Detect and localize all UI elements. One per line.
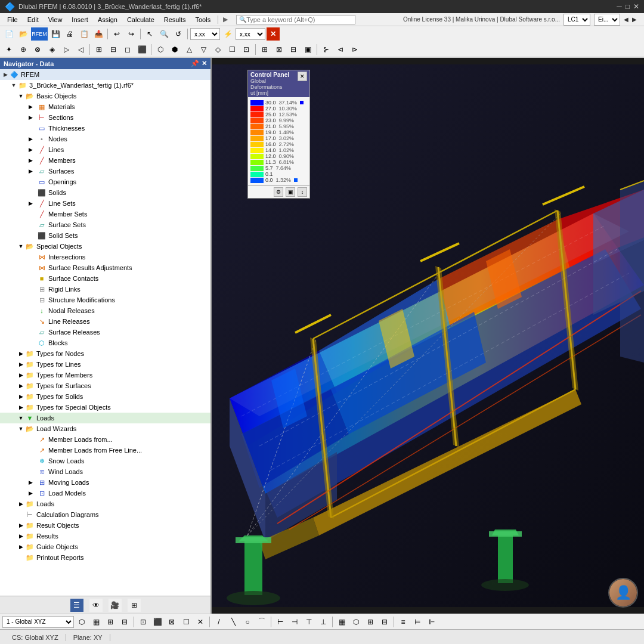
- tb2-btn18[interactable]: ⊞: [258, 43, 271, 56]
- tree-surfaces[interactable]: ▶ ▱ Surfaces: [0, 166, 210, 177]
- lc-selector[interactable]: LC1: [564, 14, 590, 26]
- tree-rl[interactable]: ⊞ Rigid Links: [0, 284, 210, 295]
- bt-btn21[interactable]: ⊟: [378, 615, 391, 628]
- sec-arrow[interactable]: ▶: [29, 114, 37, 120]
- bt-btn6[interactable]: ⬛: [151, 615, 164, 628]
- tb2-btn4[interactable]: ◈: [45, 43, 58, 56]
- bt-btn9[interactable]: ✕: [194, 615, 207, 628]
- lp-arrow[interactable]: ▼: [17, 415, 25, 421]
- tree-sra[interactable]: ⋈ Surface Results Adjustments: [0, 262, 210, 273]
- window-controls[interactable]: ─ □ ✕: [617, 2, 639, 11]
- tb2-btn14[interactable]: ▽: [197, 43, 210, 56]
- res-arrow[interactable]: ▶: [17, 533, 25, 539]
- bt-btn7[interactable]: ⊠: [165, 615, 178, 628]
- tb2-btn19[interactable]: ⊠: [273, 43, 286, 56]
- tree-loads[interactable]: ▶ 📁 Loads: [0, 499, 210, 509]
- tree-sections[interactable]: ▶ ⊢ Sections: [0, 112, 210, 123]
- bt-btn3[interactable]: ⊞: [104, 615, 117, 628]
- tree-ml-from[interactable]: ↗ Member Loads from...: [0, 434, 210, 445]
- tn-arrow[interactable]: ▶: [17, 351, 25, 357]
- ro-arrow[interactable]: ▶: [17, 522, 25, 528]
- tb2-btn17[interactable]: ⊡: [240, 43, 253, 56]
- rfem-button[interactable]: RFEM: [31, 27, 48, 41]
- menu-assign[interactable]: Assign: [93, 15, 122, 24]
- bt-btn2[interactable]: ▦: [89, 615, 103, 628]
- menu-calculate[interactable]: Calculate: [122, 15, 159, 24]
- tsp-arrow[interactable]: ▶: [17, 404, 25, 410]
- bt-btn19[interactable]: ⬡: [349, 615, 363, 628]
- tree-guide[interactable]: ▶ 📁 Guide Objects: [0, 541, 210, 552]
- tree-materials[interactable]: ▶ ▦ Materials: [0, 101, 210, 112]
- loads-arrow[interactable]: ▶: [17, 501, 25, 507]
- tb2-btn7[interactable]: ⊞: [92, 43, 106, 56]
- bt-btn18[interactable]: ▦: [335, 615, 348, 628]
- calc-button[interactable]: ⚡: [221, 27, 234, 41]
- tb2-btn10[interactable]: ⬛: [135, 43, 148, 56]
- menu-view[interactable]: View: [44, 15, 67, 24]
- tree-solidsets[interactable]: ⬛ Solid Sets: [0, 230, 210, 241]
- menu-insert[interactable]: Insert: [67, 15, 93, 24]
- bt-btn12[interactable]: ○: [241, 615, 254, 628]
- tree-intersections[interactable]: ⋈ Intersections: [0, 252, 210, 262]
- zoom-button[interactable]: 🔍: [157, 27, 171, 41]
- lm-arrow[interactable]: ▶: [29, 490, 37, 496]
- nav-icon4[interactable]: ⊞: [128, 599, 141, 612]
- tb2-btn12[interactable]: ⬢: [168, 43, 181, 56]
- bt-btn22[interactable]: ≡: [397, 615, 410, 628]
- tree-lr[interactable]: ↘ Line Releases: [0, 316, 210, 327]
- undo-button[interactable]: ↩: [110, 27, 123, 41]
- bt-btn4[interactable]: ⊟: [118, 615, 131, 628]
- rotate-button[interactable]: ↺: [172, 27, 185, 41]
- minimize-button[interactable]: ─: [617, 2, 622, 11]
- tree-openings[interactable]: ▭ Openings: [0, 177, 210, 187]
- close-button[interactable]: ✕: [633, 2, 639, 11]
- tsf-arrow[interactable]: ▶: [17, 383, 25, 389]
- bt-btn5[interactable]: ⊡: [137, 615, 150, 628]
- search-input[interactable]: [246, 16, 352, 23]
- import-button[interactable]: 📥: [92, 27, 105, 41]
- search-box[interactable]: 🔍: [236, 15, 355, 24]
- tree-lines[interactable]: ▶ ╱ Lines: [0, 144, 210, 155]
- tree-linesets[interactable]: ▶ ╱ Line Sets: [0, 198, 210, 209]
- tree-loadwizards[interactable]: ▼ 📂 Load Wizards: [0, 423, 210, 434]
- menu-file[interactable]: File: [2, 15, 23, 24]
- surf-arrow[interactable]: ▶: [29, 168, 37, 174]
- tree-project[interactable]: ▼ 📁 3_Brücke_Wanderlast_fertig (1).rf6*: [0, 80, 210, 91]
- tso-arrow[interactable]: ▶: [17, 394, 25, 400]
- menu-arrow[interactable]: ▶: [221, 16, 230, 23]
- cp-close-button[interactable]: ✕: [298, 72, 307, 81]
- bt-btn24[interactable]: ⊩: [425, 615, 438, 628]
- tree-surfacesets[interactable]: ▱ Surface Sets: [0, 219, 210, 230]
- tree-sc[interactable]: ■ Surface Contacts: [0, 273, 210, 284]
- nav-header-controls[interactable]: 📌 ✕: [191, 60, 207, 67]
- tb2-btn9[interactable]: ◻: [121, 43, 134, 56]
- ei-selector[interactable]: Ei...: [594, 14, 620, 26]
- tb2-btn3[interactable]: ⊗: [31, 43, 44, 56]
- extra-button[interactable]: ✕: [267, 27, 280, 41]
- bt-btn10[interactable]: /: [212, 615, 225, 628]
- tree-types-surfaces[interactable]: ▶ 📁 Types for Surfaces: [0, 380, 210, 391]
- print-button[interactable]: 🖨: [63, 27, 76, 41]
- tree-types-solids[interactable]: ▶ 📁 Types for Solids: [0, 391, 210, 402]
- tl-arrow[interactable]: ▶: [17, 361, 25, 367]
- new-button[interactable]: 📄: [2, 27, 16, 41]
- tree-rfem[interactable]: ▶ 🔷 RFEM: [0, 69, 210, 80]
- bt-btn11[interactable]: ╲: [227, 615, 240, 628]
- tb2-btn15[interactable]: ◇: [211, 43, 224, 56]
- node-arrow[interactable]: ▶: [29, 136, 37, 142]
- tb2-btn8[interactable]: ⊟: [107, 43, 120, 56]
- tm-arrow[interactable]: ▶: [17, 372, 25, 378]
- tree-membersets[interactable]: ╱ Member Sets: [0, 209, 210, 219]
- bt-btn17[interactable]: ⊥: [317, 615, 330, 628]
- mem-arrow[interactable]: ▶: [29, 157, 37, 163]
- tree-result-objects[interactable]: ▶ 📁 Result Objects: [0, 520, 210, 531]
- ls-arrow[interactable]: ▶: [29, 200, 37, 206]
- tree-members[interactable]: ▶ ╱ Members: [0, 155, 210, 166]
- tb2-btn20[interactable]: ⊟: [287, 43, 300, 56]
- tree-snow[interactable]: ❄ Snow Loads: [0, 456, 210, 466]
- tree-wind[interactable]: ≋ Wind Loads: [0, 466, 210, 477]
- cp-expand-button[interactable]: ↕: [298, 187, 307, 197]
- viewport[interactable]: Control Panel Global Deformations ut [mm…: [212, 58, 644, 614]
- restore-button[interactable]: □: [626, 2, 630, 11]
- tree-calcdiag[interactable]: ⊢ Calculation Diagrams: [0, 509, 210, 520]
